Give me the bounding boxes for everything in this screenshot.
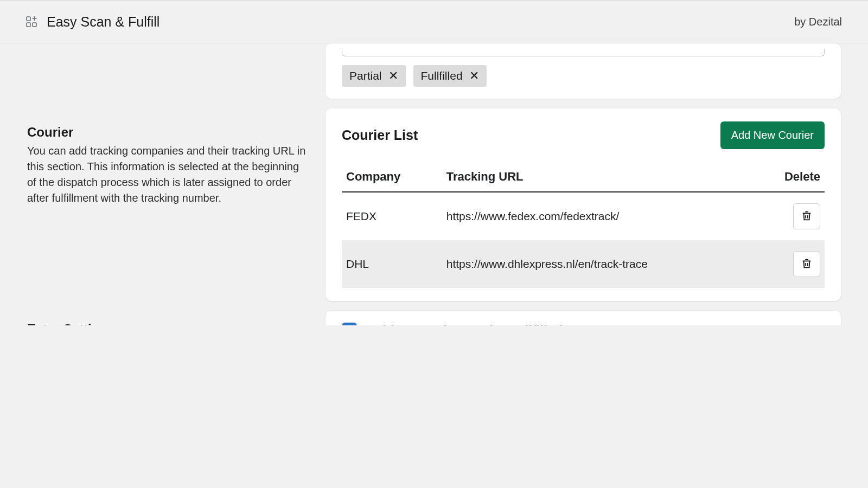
- chip-label: Partial: [349, 69, 382, 82]
- section-title-extra: Extra Settings: [27, 322, 310, 325]
- trash-icon: [801, 210, 813, 223]
- add-new-courier-button[interactable]: Add New Courier: [720, 121, 825, 149]
- cell-url: https://www.fedex.com/fedextrack/: [442, 192, 776, 240]
- close-icon[interactable]: ✕: [469, 70, 479, 82]
- svg-rect-0: [27, 17, 30, 21]
- checkbox-add-tags[interactable]: [342, 323, 357, 325]
- app-grid-icon: [26, 16, 37, 27]
- tag-chip-fullfilled[interactable]: Fullfilled ✕: [413, 65, 487, 87]
- tag-chip-partial[interactable]: Partial ✕: [342, 65, 406, 87]
- tags-card: Partial ✕ Fullfilled ✕: [326, 43, 841, 99]
- section-desc-courier: You can add tracking companies and their…: [27, 143, 310, 206]
- col-delete: Delete: [776, 164, 825, 192]
- table-row: DHL https://www.dhlexpress.nl/en/track-t…: [342, 240, 825, 288]
- cell-company: DHL: [342, 240, 442, 288]
- cell-url: https://www.dhlexpress.nl/en/track-trace: [442, 240, 776, 288]
- trash-icon: [801, 258, 813, 271]
- courier-list-card: Courier List Add New Courier Company Tra…: [326, 108, 841, 301]
- close-icon[interactable]: ✕: [388, 70, 398, 82]
- svg-rect-2: [33, 23, 36, 27]
- svg-rect-1: [27, 23, 30, 27]
- delete-courier-button[interactable]: [793, 251, 820, 277]
- attribution-text: by Dezital: [794, 16, 842, 28]
- col-company: Company: [342, 164, 442, 192]
- section-title-courier: Courier: [27, 125, 310, 140]
- courier-list-title: Courier List: [342, 127, 418, 143]
- delete-courier-button[interactable]: [793, 203, 820, 229]
- chip-label: Fullfilled: [421, 69, 463, 82]
- checkbox-label: Add Tags When Order Fullfilled: [369, 323, 563, 325]
- col-tracking-url: Tracking URL: [442, 164, 776, 192]
- table-row: FEDX https://www.fedex.com/fedextrack/: [342, 192, 825, 240]
- extra-settings-card: Add Tags When Order Fullfilled: [326, 311, 841, 325]
- top-bar: Easy Scan & Fulfill by Dezital: [0, 0, 868, 43]
- courier-table: Company Tracking URL Delete FEDX https:/…: [342, 164, 825, 288]
- app-title: Easy Scan & Fulfill: [47, 14, 159, 30]
- cell-company: FEDX: [342, 192, 442, 240]
- tag-input[interactable]: [342, 49, 825, 56]
